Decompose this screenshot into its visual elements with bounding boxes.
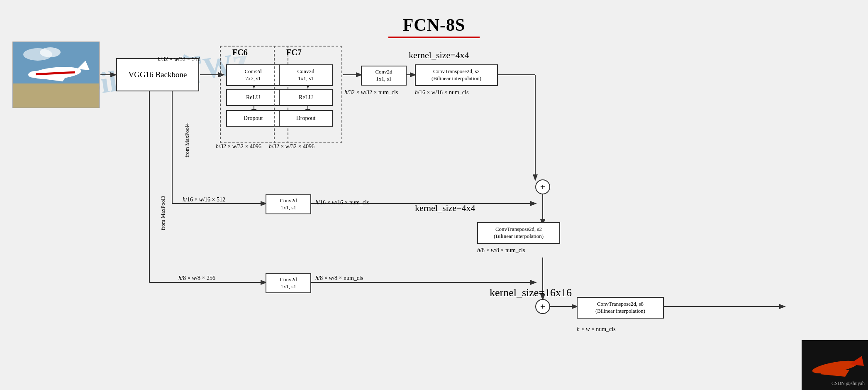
conv16-box: Conv2d1x1, s1 <box>266 194 311 214</box>
fc6-dropout-box: Dropout <box>226 110 280 127</box>
conv16-dim: h/16 × w/16 × num_cls <box>315 199 369 206</box>
dim-vgg-output: h/32 × w/32 × 512 <box>158 56 200 63</box>
plus-circle-2: + <box>535 299 550 314</box>
fc7-label: FC7 <box>286 48 302 57</box>
pool4-dim: h/16 × w/16 × 512 <box>183 196 225 203</box>
title-section: FCN-8S <box>0 0 868 38</box>
maxpool4-label: from MaxPool4 <box>184 123 190 158</box>
fc7-conv-box: Conv2d1x1, s1 <box>279 64 333 86</box>
maxpool3-label: from MaxPool3 <box>160 196 166 231</box>
fc7-dropout-box: Dropout <box>279 110 333 127</box>
fc7-relu-box: ReLU <box>279 89 333 106</box>
conv-transpose-16-dim: h/8 × w/8 × num_cls <box>477 247 525 254</box>
page-title: FCN-8S <box>0 7 868 35</box>
plus-circle-1: + <box>535 179 550 194</box>
title-underline <box>388 37 480 38</box>
fc7-out-dim: h/32 × w/32 × 4096 <box>269 143 315 150</box>
pool3-dim: h/8 × w/8 × 256 <box>178 275 215 282</box>
fc6-conv-box: Conv2d7x7, s1 <box>226 64 280 86</box>
kernel-size-8-label: kernel_size=16x16 <box>490 287 572 299</box>
airplane-image <box>12 42 100 108</box>
vgg16-box: VGG16 Backbone <box>116 58 199 91</box>
conv32-dim: h/32 × w/32 × num_cls <box>344 89 398 96</box>
conv-transpose-32-box: ConvTranspose2d, s2(Bilinear interpolati… <box>415 64 498 86</box>
conv8-dim: h/8 × w/8 × num_cls <box>315 275 363 282</box>
conv-transpose-8-box: ConvTranspose2d, s8(Bilinear interpolati… <box>577 297 664 319</box>
final-output-dim: h × w × num_cls <box>577 326 616 333</box>
main-container: FCN-8S bilibili 官Wz <box>0 0 868 390</box>
svg-point-3 <box>40 47 61 57</box>
csdn-label: CSDN @shuyah <box>831 380 865 387</box>
fc6-out-dim: h/32 × w/32 × 4096 <box>216 143 261 150</box>
conv32-box: Conv2d1x1, s1 <box>361 66 407 86</box>
fc6-label: FC6 <box>232 48 248 57</box>
fc6-relu-box: ReLU <box>226 89 280 106</box>
svg-rect-1 <box>13 83 100 108</box>
conv-transpose-16-box: ConvTranspose2d, s2(Bilinear interpolati… <box>477 222 560 244</box>
conv8-box: Conv2d1x1, s1 <box>266 273 311 293</box>
conv-transpose-32-dim: h/16 × w/16 × num_cls <box>415 89 468 96</box>
kernel-size-32-label: kernel_size=4x4 <box>409 50 469 61</box>
kernel-size-16-label: kernel_size=4x4 <box>415 203 475 213</box>
